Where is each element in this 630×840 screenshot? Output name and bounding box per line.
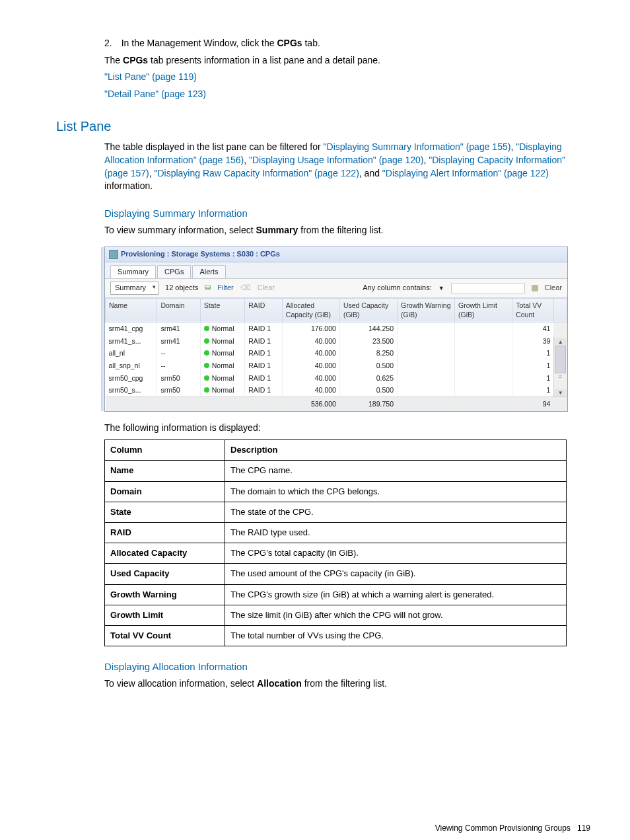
cell-state: Normal (200, 360, 245, 372)
scrollbar[interactable]: ▲≡▼ (554, 322, 567, 397)
cell-raid: RAID 1 (245, 347, 283, 360)
cell-alloc: 176.000 (282, 322, 339, 334)
t: Summary (256, 225, 298, 235)
cell-gw (398, 384, 455, 397)
t: from the filtering list. (302, 678, 387, 689)
link-usage[interactable]: "Displaying Usage Information" (page 120… (249, 155, 423, 165)
state-dot-icon (204, 350, 209, 356)
cell-used: 144.250 (339, 322, 397, 334)
cell-used: 0.500 (339, 384, 397, 397)
th-gl[interactable]: Growth Limit (GiB) (455, 298, 512, 322)
th-domain[interactable]: Domain (157, 298, 200, 322)
step-bold: CPGs (277, 38, 302, 48)
scroll-up-icon[interactable]: ▲ (554, 338, 567, 346)
cell-used: 8.250 (339, 347, 397, 360)
doc-col-desc: The used amount of the CPG's capacity (i… (225, 564, 567, 584)
foot-tvv: 94 (512, 397, 554, 411)
cell-gl (455, 360, 512, 372)
tab-cpgs[interactable]: CPGs (157, 265, 191, 278)
cell-tvv: 1 (512, 347, 554, 360)
link-summary[interactable]: "Displaying Summary Information" (page 1… (324, 141, 511, 152)
scroll-thumb[interactable] (555, 346, 566, 373)
scroll-mark: ≡ (554, 373, 567, 381)
tab-strip: Summary CPGs Alerts (105, 262, 567, 279)
doc-col-name: Name (105, 461, 225, 481)
th-used[interactable]: Used Capacity (GiB) (339, 298, 397, 322)
link-detail-pane[interactable]: "Detail Pane" (page 123) (104, 88, 590, 101)
cell-alloc: 40.000 (282, 372, 339, 385)
th-tvv[interactable]: Total VV Count (512, 298, 554, 322)
cell-tvv: 41 (512, 322, 554, 334)
link-alert[interactable]: "Displaying Alert Information" (page 122… (382, 168, 549, 178)
doc-th-desc: Description (225, 440, 567, 461)
cell-alloc: 40.000 (282, 384, 339, 397)
link-list-pane[interactable]: "List Pane" (page 119) (104, 71, 590, 84)
footer-page: 119 (577, 823, 590, 833)
cell-raid: RAID 1 (245, 335, 283, 348)
list-pane-paragraph: The table displayed in the list pane can… (104, 141, 590, 192)
step-text: 2. In the Management Window, click the (104, 38, 277, 48)
t: , (149, 168, 155, 178)
table-row[interactable]: all_snp_nl--NormalRAID 140.0000.5001 (106, 360, 567, 372)
th-raid[interactable]: RAID (245, 298, 283, 322)
toolbar: Summary 12 objects ⛁ Filter ⌫ Clear Any … (105, 279, 567, 297)
object-count: 12 objects (165, 283, 198, 293)
search-input[interactable] (451, 283, 525, 293)
cell-state: Normal (200, 384, 245, 397)
title-text: Provisioning : Storage Systems : S030 : … (121, 250, 280, 258)
table-row[interactable]: srm50_s...srm50NormalRAID 140.0000.5001 (106, 384, 567, 397)
th-state[interactable]: State (200, 298, 245, 322)
doc-col-desc: The CPG's growth size (in GiB) at which … (225, 584, 567, 605)
cell-state: Normal (200, 335, 245, 348)
doc-th-column: Column (105, 440, 225, 461)
doc-row: Growth WarningThe CPG's growth size (in … (105, 584, 567, 605)
step-2: 2. In the Management Window, click the C… (104, 37, 590, 50)
state-dot-icon (204, 387, 209, 393)
doc-col-name: Total VV Count (105, 625, 225, 646)
cell-gl (455, 322, 512, 334)
doc-col-desc: The total number of VVs using the CPG. (225, 625, 567, 646)
cell-gl (455, 347, 512, 360)
th-scroll (554, 298, 567, 322)
tab-alerts[interactable]: Alerts (192, 265, 225, 278)
window-title: Provisioning : Storage Systems : S030 : … (105, 247, 567, 262)
doc-col-desc: The RAID type used. (225, 523, 567, 543)
th-name[interactable]: Name (106, 298, 157, 322)
filter-button[interactable]: Filter (217, 283, 233, 293)
th-alloc[interactable]: Allocated Capacity (GiB) (282, 298, 339, 322)
cell-gl (455, 384, 512, 397)
t: To view allocation information, select (104, 678, 257, 689)
table-row[interactable]: all_nl--NormalRAID 140.0008.2501 (106, 347, 567, 360)
doc-row: Allocated CapacityThe CPG's total capaci… (105, 543, 567, 564)
doc-col-desc: The CPG name. (225, 461, 567, 481)
cell-state: Normal (200, 372, 245, 385)
doc-row: Total VV CountThe total number of VVs us… (105, 625, 567, 646)
cell-alloc: 40.000 (282, 335, 339, 348)
table-row[interactable]: srm41_s...srm41NormalRAID 140.00023.5003… (106, 335, 567, 348)
t: , and (359, 168, 382, 178)
doc-col-name: Growth Warning (105, 584, 225, 605)
clear-button-2[interactable]: Clear (545, 283, 562, 293)
scroll-down-icon[interactable]: ▼ (554, 389, 567, 397)
table-footer: 536.000 189.750 94 (106, 397, 567, 411)
table-row[interactable]: srm41_cpgsrm41NormalRAID 1176.000144.250… (106, 322, 567, 334)
cell-domain: srm41 (157, 322, 200, 334)
filter-select[interactable]: Summary (110, 282, 158, 294)
after-shot-text: The following information is displayed: (104, 422, 590, 435)
cell-alloc: 40.000 (282, 360, 339, 372)
doc-row: NameThe CPG name. (105, 461, 567, 481)
cell-domain: srm50 (157, 372, 200, 385)
lock-icon (532, 285, 538, 291)
link-raw-capacity[interactable]: "Displaying Raw Capacity Information" (p… (155, 168, 359, 178)
th-gw[interactable]: Growth Warning (GiB) (398, 298, 455, 322)
summary-instruction: To view summary information, select Summ… (104, 224, 590, 237)
doc-col-name: Growth Limit (105, 605, 225, 625)
any-column-dropdown-icon[interactable]: ▼ (438, 284, 444, 293)
left-drag-bar[interactable] (101, 247, 104, 410)
tab-summary[interactable]: Summary (110, 265, 156, 278)
cell-raid: RAID 1 (245, 360, 283, 372)
t: , (244, 155, 249, 165)
t: from the filtering list. (298, 225, 383, 235)
t: , (510, 141, 516, 152)
table-row[interactable]: srm50_cpgsrm50NormalRAID 140.0000.6251 (106, 372, 567, 385)
